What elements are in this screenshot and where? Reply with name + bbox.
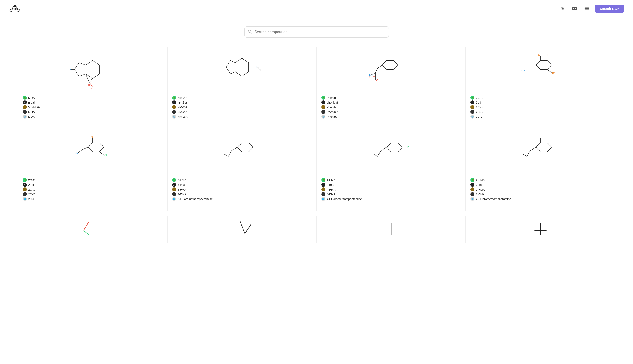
compound-row-text: 2C-B [476,110,483,114]
compound-row: /mdai [23,100,163,104]
compound-info-4-fma: 🌿4-FMA/4-fma4-FMA4-FMA🌐4-Fluoromethamphe… [321,178,461,206]
svg-point-137 [471,188,474,191]
compound-row: 🌐NM-2-AI [172,114,312,119]
svg-line-38 [258,67,261,70]
compound-info-2c-c: 🌿2C-C/2c-c2C-C2C-C🌐2C-C... [23,178,163,206]
compound-row-text: phenibut [327,101,338,104]
molecule-display-bottom1 [23,220,163,234]
compound-row: Phenibut [321,105,461,109]
compound-info-mdai: 🌿MDAI/mdai5,6-MDAIMDAI🌐MDAI... [23,96,163,124]
compound-row: /phenibut [321,100,461,104]
molecule-display-bottom2 [172,220,312,234]
svg-point-95 [24,188,26,191]
compound-row: 3-FMA [172,192,312,196]
more-dots: ... [470,202,610,206]
compound-card-4-fma[interactable]: F 🌿4-FMA/4-fma4-FMA4-FMA🌐4-Fluoromethamp… [317,129,466,211]
compound-row: 🌿MDAI [23,96,163,100]
compound-card-phenibut[interactable]: H₂N OH O 🌿Phenibut/phenibutPhenibutPheni… [317,47,466,129]
svg-marker-127 [536,143,552,152]
svg-text:H₂N: H₂N [70,68,71,71]
svg-line-16 [89,78,93,82]
molecule-svg-bottom3: F [373,220,409,234]
more-dots: ... [23,120,163,124]
svg-line-85 [99,152,104,155]
svg-line-49 [375,68,378,73]
compound-row: 2C-C [23,188,163,192]
compound-card-2c-c[interactable]: O Cl H₂N 🌿2C-C/2c-c2C-C2C-C🌐2C-C... [18,129,167,211]
more-dots: ... [321,120,461,124]
svg-text:🌿: 🌿 [472,179,474,181]
compound-card-bottom1[interactable] [18,216,167,243]
svg-line-73 [552,58,555,60]
compound-row: /2-fma [470,183,610,187]
compound-row-text: 4-FMA [327,188,336,191]
svg-text:F: F [539,220,541,222]
moon-icon [23,192,27,196]
compound-row-text: 3-FMA [177,188,186,191]
svg-point-80 [471,110,474,113]
compound-card-mdai[interactable]: O O H₂N 🌿MDAI/mdai5,6-MDAIMDAI🌐MDAI... [18,47,167,129]
svg-point-138 [471,193,474,196]
green-icon: 🌿 [172,178,176,182]
compound-row-text: 2-FMA [476,192,485,196]
earth-icon [23,188,27,192]
green-icon: 🌿 [321,178,325,182]
menu-button[interactable] [583,4,591,13]
svg-rect-58 [322,101,325,104]
molecule-display-phenibut: H₂N OH O [321,52,461,92]
compound-info-3-fma: 🌿3-FMA/3-fma3-FMA3-FMA🌐3-Fluoromethamphe… [172,178,312,206]
compound-row-text: 2c-b [476,101,482,104]
compound-row: NM-2-AI [172,110,312,114]
compound-card-2c-b[interactable]: O Br H₂N O 🌿2C-B/2c-b2C-B2C-B🌐2C-B... [466,47,615,129]
svg-point-27 [24,106,26,108]
compound-info-2-fma: 🌿2-FMA/2-fma2-FMA2-FMA🌐2-Fluoromethamphe… [470,178,610,206]
logo-area [9,3,21,14]
svg-rect-135 [471,183,474,186]
svg-rect-25 [24,101,26,104]
compound-row: 5,6-MDAI [23,105,163,109]
theme-toggle-button[interactable]: ☀ [558,4,566,13]
compound-row-text: 3-Fluoromethamphetamine [177,197,213,201]
compound-row-text: 3-fma [177,183,185,186]
search-input[interactable] [244,26,389,38]
compound-row-text: MDAI [28,110,36,114]
globe-icon: 🌐 [470,114,475,119]
moon-icon [23,110,27,114]
compound-row-text: 2C-C [28,178,35,182]
svg-line-5 [12,9,13,9]
svg-text:🌐: 🌐 [173,198,175,200]
molecule-svg-bottom4: F [522,220,558,234]
globe-icon: 🌐 [23,197,27,201]
svg-line-33 [231,72,235,74]
svg-line-142 [84,230,96,234]
compound-card-bottom4[interactable]: F [466,216,615,243]
search-nsp-button[interactable]: Search NSP [595,4,624,13]
earth-icon [172,188,176,192]
svg-line-48 [378,65,382,68]
molecule-display-2c-b: O Br H₂N O [470,52,610,92]
compound-card-nm-2-ai[interactable]: NH 🌿NM-2-AI/nm-2-aiNM-2-AINM-2-AI🌐NM-2-A… [167,47,317,129]
svg-marker-11 [86,60,99,78]
discord-button[interactable] [570,4,579,13]
compound-card-bottom3[interactable]: F [317,216,466,243]
compound-card-3-fma[interactable]: F F 🌿3-FMA/3-fma3-FMA3-FMA🌐3-Fluorometha… [167,129,317,211]
svg-text:H₂N: H₂N [521,69,526,72]
svg-line-130 [522,154,527,156]
svg-point-124 [322,193,325,196]
compound-row-text: 2C-B [476,106,483,109]
svg-text:🌿: 🌿 [322,96,325,99]
svg-text:🌐: 🌐 [471,198,474,200]
svg-line-14 [75,63,79,70]
molecule-svg-bottom1 [75,220,111,234]
moon-icon [321,110,325,114]
svg-point-61 [322,110,325,113]
compound-card-bottom2[interactable] [167,216,317,243]
compound-row-text: 2C-B [476,96,483,100]
svg-text:🌐: 🌐 [24,116,26,118]
svg-text:🌐: 🌐 [322,116,325,118]
svg-text:F: F [407,146,409,148]
svg-rect-107 [173,183,175,186]
svg-point-96 [24,193,26,196]
compound-card-2-fma[interactable]: F 🌿2-FMA/2-fma2-FMA2-FMA🌐2-Fluoromethamp… [466,129,615,211]
compound-row-text: MDAI [28,115,36,118]
